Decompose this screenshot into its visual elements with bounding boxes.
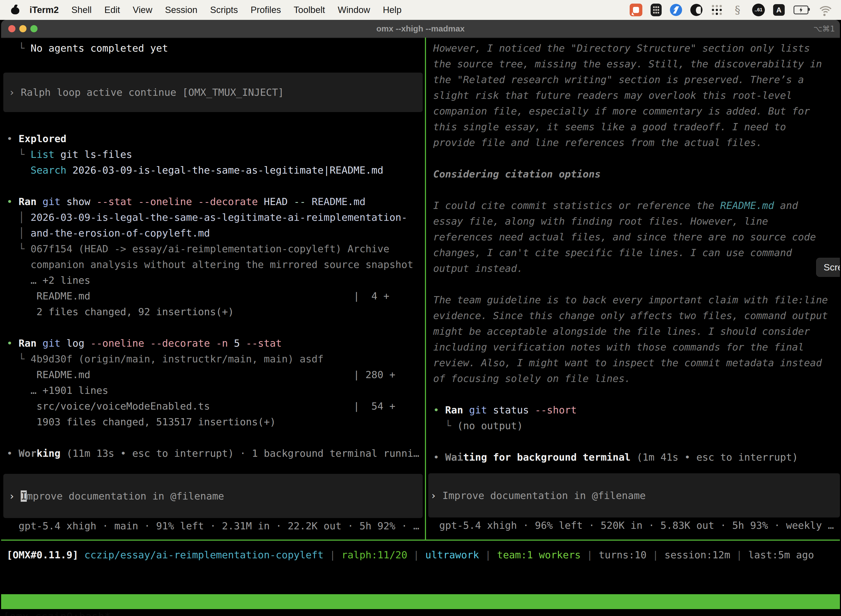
prompt-input[interactable]: › Improve documentation in @filename <box>3 474 423 518</box>
terminal-line: 1903 files changed, 513517 insertions(+) <box>1 414 425 430</box>
terminal-line: essay file, along with finding root file… <box>427 213 840 229</box>
terminal-line: └ List git ls-files <box>1 147 425 162</box>
terminal-line: • Ran git status --short <box>427 402 840 418</box>
menu-item-toolbelt[interactable]: Toolbelt <box>287 5 331 15</box>
left-terminal-pane[interactable]: └ No agents completed yet› Ralph loop ac… <box>1 38 425 543</box>
terminal-line: • Working (11m 13s • esc to interrupt) ·… <box>1 446 425 461</box>
terminal-line: this single essay, it seems like a good … <box>427 119 840 135</box>
terminal-line: │ and-the-erosion-of-copyleft.md <box>1 225 425 241</box>
input-source-icon[interactable]: A <box>773 4 785 16</box>
terminal-line: Search 2026-03-09-is-legal-the-same-as-l… <box>1 162 425 178</box>
spacer <box>1 461 425 474</box>
terminal-line: └ No agents completed yet <box>1 40 425 56</box>
menu-item-edit[interactable]: Edit <box>98 5 126 15</box>
menu-item-view[interactable]: View <box>126 5 159 15</box>
terminal-line <box>1 178 425 194</box>
terminal-line <box>427 182 840 198</box>
menu-item-profiles[interactable]: Profiles <box>244 5 287 15</box>
terminal-line: including verification notes with those … <box>427 339 840 355</box>
spacer <box>1 112 425 131</box>
menu-item-shell[interactable]: Shell <box>65 5 98 15</box>
terminal-line: README.md | 4 + <box>1 288 425 304</box>
menu-status-icons: §..61A <box>630 4 841 16</box>
keyboard-icon[interactable] <box>651 4 662 16</box>
right-terminal-pane[interactable]: However, I noticed the "Directory Struct… <box>427 38 840 543</box>
terminal-line: references need actual files, and since … <box>427 229 840 245</box>
pane-bottom-border <box>1 540 840 541</box>
terminal-line <box>1 320 425 335</box>
terminal-line: the source tree, missing the essay. Stil… <box>427 56 840 72</box>
prompt-input[interactable]: › Ralph loop active continue [OMX_TMUX_I… <box>3 73 423 112</box>
terminal-line: The team guideline is to back every impo… <box>427 292 840 308</box>
menu-bar: iTerm2ShellEditViewSessionScriptsProfile… <box>0 0 841 20</box>
terminal-line: └ 4b9d30f (origin/main, instructkr/main,… <box>1 351 425 367</box>
menu-items: iTerm2ShellEditViewSessionScriptsProfile… <box>0 5 408 15</box>
terminal-line: • Ran git show --stat --oneline --decora… <box>1 194 425 210</box>
battery-icon[interactable] <box>793 4 809 16</box>
terminal-line: gpt-5.4 xhigh · 96% left · 520K in · 5.8… <box>427 518 840 533</box>
terminal-line: slight risk that future readers may over… <box>427 88 840 103</box>
terminal-line: companion analysis without altering the … <box>1 257 425 273</box>
terminal-line: • Ran git log --oneline --decorate -n 5 … <box>1 335 425 351</box>
terminal-line: • Waiting for background terminal (1m 41… <box>427 449 840 465</box>
terminal-line: review. Also, I might want to inspect th… <box>427 355 840 371</box>
menu-item-scripts[interactable]: Scripts <box>204 5 244 15</box>
terminal-line: README.md | 280 + <box>1 367 425 383</box>
prompt-text: › Improve documentation in @filename <box>3 488 224 504</box>
tmux-status-bar: [omx-cczip0:bash* "MacBook-Pro-44.local"… <box>1 594 840 609</box>
menu-item-help[interactable]: Help <box>377 5 408 15</box>
terminal-line: src/voice/voiceModeEnabled.ts | 54 + <box>1 398 425 414</box>
dots-grid-icon[interactable] <box>711 4 723 16</box>
terminal-line: └ 067f154 (HEAD -> essay/ai-reimplementa… <box>1 241 425 257</box>
window-title: omx --xhigh --madmax <box>1 24 840 34</box>
terminal-line: 2 files changed, 92 insertions(+) <box>1 304 425 320</box>
prompt-input[interactable]: › Improve documentation in @filename <box>428 473 840 518</box>
terminal-line: companion file, especially if more comme… <box>427 103 840 119</box>
terminal-line: I could cite commit statistics or refere… <box>427 198 840 213</box>
terminal-window: omx --xhigh --madmax ⌥⌘1 └ No agents com… <box>1 20 840 616</box>
terminal-line <box>427 386 840 402</box>
menu-item-window[interactable]: Window <box>331 5 377 15</box>
pane-divider[interactable] <box>425 38 426 540</box>
omx-status-line: [OMX#0.11.9] cczip/essay/ai-reimplementa… <box>1 547 840 563</box>
hexagon-icon[interactable] <box>670 4 682 16</box>
terminal-line: provide file and line references from th… <box>427 135 840 150</box>
apple-icon[interactable] <box>11 6 19 14</box>
chat-app-icon[interactable] <box>630 4 642 16</box>
squiggle-icon[interactable]: § <box>731 4 744 16</box>
terminal-line <box>427 276 840 292</box>
spacer <box>1 56 425 73</box>
terminal-line: … +2 lines <box>1 273 425 288</box>
spacer <box>427 465 840 473</box>
menu-item-iterm2[interactable]: iTerm2 <box>23 5 65 15</box>
screen-tooltip: Scre <box>816 258 840 277</box>
terminal-line: • Explored <box>1 131 425 147</box>
terminal-line <box>1 430 425 446</box>
terminal-line: evidence. Since this change only affects… <box>427 308 840 323</box>
window-shortcut: ⌥⌘1 <box>813 24 835 34</box>
badge-61-icon[interactable]: ..61 <box>752 4 765 16</box>
tmux-session-label: [omx-cczip0:bash* <box>3 609 111 616</box>
terminal-line: output instead. <box>427 261 840 276</box>
terminal-line: │ 2026-03-09-is-legal-the-same-as-legiti… <box>1 210 425 225</box>
terminal-line: of focusing solely on file lines. <box>427 371 840 386</box>
terminal-line: Considering citation options <box>427 166 840 182</box>
terminal-line: └ (no output) <box>427 418 840 434</box>
terminal-line: the "Related research writing" section i… <box>427 72 840 88</box>
wifi-icon[interactable] <box>817 4 832 15</box>
menu-item-session[interactable]: Session <box>159 5 204 15</box>
terminal-line: changes, I can't cite specific file line… <box>427 245 840 261</box>
prompt-text: › Improve documentation in @filename <box>428 488 646 503</box>
terminal-line <box>427 434 840 449</box>
terminal-line: might be acceptable alongside the file l… <box>427 323 840 339</box>
terminal-line <box>427 150 840 166</box>
window-title-bar: omx --xhigh --madmax ⌥⌘1 <box>1 20 840 38</box>
terminal-line: … +1901 lines <box>1 383 425 398</box>
terminal-line: gpt-5.4 xhigh · main · 91% left · 2.31M … <box>1 518 425 534</box>
pie-icon[interactable] <box>690 4 702 16</box>
prompt-text: › Ralph loop active continue [OMX_TMUX_I… <box>3 84 284 100</box>
terminal-line: However, I noticed the "Directory Struct… <box>427 40 840 56</box>
